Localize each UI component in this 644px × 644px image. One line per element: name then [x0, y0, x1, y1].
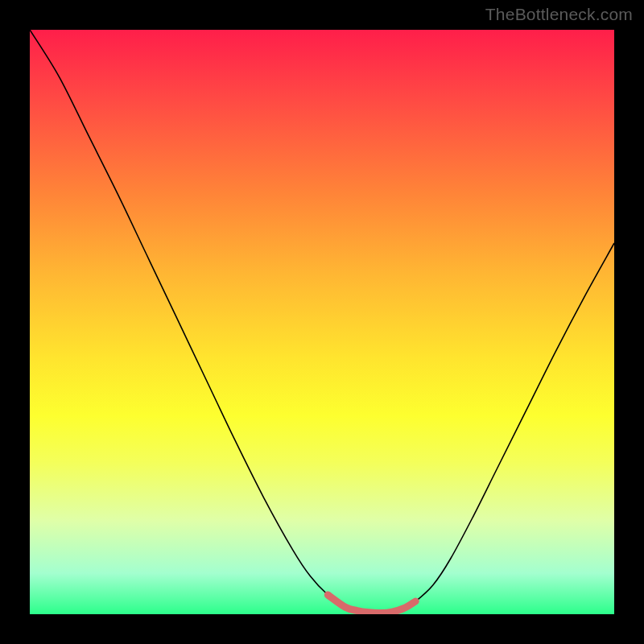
- valley-highlight: [328, 595, 415, 613]
- plot-area: [30, 30, 614, 614]
- curve-svg: [30, 30, 614, 614]
- bottleneck-curve: [30, 30, 614, 613]
- chart-container: TheBottleneck.com: [0, 0, 644, 644]
- watermark-text: TheBottleneck.com: [485, 5, 633, 24]
